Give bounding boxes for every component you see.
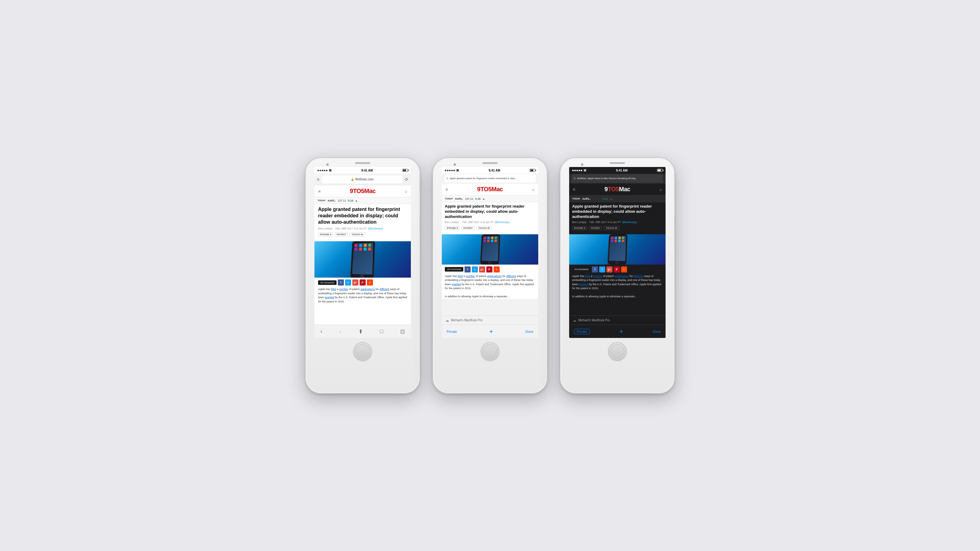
tag-patent-3[interactable]: PATENT [589, 226, 602, 230]
signal-dot [320, 170, 321, 171]
ticker-arrow-1: ▲ [355, 199, 358, 202]
applications-link-1[interactable]: applications [361, 287, 375, 291]
tab-item-2[interactable]: ✕ Apple granted patent for fingerprint r… [444, 174, 536, 183]
reddit-btn-2[interactable]: r [494, 267, 500, 273]
done-btn-2[interactable]: Done [525, 330, 533, 333]
article-tags-1: IPHONE 8 PATENT TOUCH ID [318, 232, 407, 237]
author-2: Ben Lovejoy [445, 221, 459, 224]
lock-icon-1: 🔒 [351, 178, 354, 181]
icloud-text-3: Michael's MacBook Pro [578, 319, 610, 322]
comments-btn-2[interactable]: 18 Comments [445, 267, 463, 272]
private-btn-2[interactable]: Private [447, 330, 457, 333]
twitter-btn-1[interactable]: t [345, 279, 351, 286]
add-tab-btn-2[interactable]: + [489, 328, 493, 335]
nav-search-3[interactable]: ⌕ [660, 187, 662, 192]
reddit-btn-1[interactable]: r [367, 279, 373, 286]
article-title-2: Apple granted patent for fingerprint rea… [445, 204, 535, 219]
article-title-3: Apple granted patent for fingerprint rea… [572, 204, 663, 219]
article-title-1: Apple granted patent for fingerprint rea… [318, 206, 407, 225]
url-text-1: 9to5mac.com [355, 178, 374, 181]
home-button-1[interactable] [353, 342, 372, 360]
twitter-share-btn-3[interactable]: t [599, 267, 605, 273]
tab-close-2[interactable]: ✕ [446, 177, 449, 180]
add-tab-btn-3[interactable]: + [619, 328, 624, 335]
address-field-1[interactable]: 🔒 9to5mac.com [322, 175, 402, 183]
done-btn-3[interactable]: Done [653, 330, 661, 333]
address-bar-1[interactable]: ≡ 🔒 9to5mac.com ⟳ [315, 174, 411, 185]
tag-iphone8-2[interactable]: IPHONE 8 [445, 226, 460, 230]
filed-link-1[interactable]: filed [331, 287, 336, 291]
back-btn-1[interactable]: ‹ [320, 328, 322, 335]
comments-btn-3[interactable]: 19 Comments [572, 267, 591, 272]
signal-dot [317, 170, 319, 171]
facebook-btn-1[interactable]: f [338, 279, 344, 286]
signal-dot [326, 170, 328, 171]
twitter-share-btn-2[interactable]: t [472, 267, 478, 273]
facebook-btn-3[interactable]: f [592, 267, 598, 273]
granted-link-1[interactable]: granted [325, 296, 334, 299]
comments-btn-1[interactable]: 18 Comments [318, 280, 337, 285]
signal-dot [324, 170, 325, 171]
pinterest-btn-2[interactable]: P [486, 267, 492, 273]
signal-dots-2: ⌘ [445, 169, 459, 172]
tag-touchid-2[interactable]: TOUCH ID [476, 226, 492, 230]
tabs-btn-1[interactable]: ⊡ [400, 328, 405, 335]
icloud-icon-3: ☁ [573, 318, 576, 322]
article-image-2 [442, 234, 538, 265]
gplus-btn-1[interactable]: g+ [352, 279, 358, 286]
tab-toolbar-2: Private + Done [442, 325, 538, 338]
forward-btn-1[interactable]: › [339, 328, 341, 335]
home-button-2[interactable] [481, 342, 499, 360]
bottom-bar-1: ‹ › ⬆ □ ⊡ [315, 325, 411, 338]
different-link-1[interactable]: different [380, 287, 389, 291]
tag-touchid-1[interactable]: TOUCH ID [350, 232, 365, 237]
ticker-change-3: 0.24 [603, 197, 608, 200]
private-label-3[interactable]: Private [574, 329, 590, 334]
gplus-btn-2[interactable]: g+ [479, 267, 485, 273]
pinterest-btn-1[interactable]: P [360, 279, 366, 286]
signal-dot [322, 170, 323, 171]
signal-dot [447, 170, 449, 171]
twitter-1[interactable]: @benlovejoy [368, 227, 383, 230]
article-meta-1: Ben Lovejoy · Feb. 28th 2017 4:12 am PT … [318, 227, 407, 230]
pinterest-btn-3[interactable]: P [614, 267, 620, 273]
nav-menu-2[interactable]: ≡ [445, 187, 448, 192]
iphone-2: ⌘ 9:41 AM ✕ Apple granted patent for fin… [433, 157, 547, 394]
speaker-1 [355, 162, 370, 164]
share-btn-1[interactable]: ⬆ [358, 328, 363, 335]
ticker-bar-1: TODAY AAPL: 137.11 0.18 ▲ [315, 197, 411, 204]
menu-btn-1[interactable]: ≡ [317, 177, 319, 182]
ticker-arrow-3: ▲ [610, 197, 612, 200]
nav-menu-1[interactable]: ≡ [318, 189, 320, 194]
ticker-label-3: TODAY [572, 197, 581, 200]
nav-search-2[interactable]: ⌕ [532, 187, 535, 192]
tag-iphone8-3[interactable]: IPHONE 8 [572, 226, 587, 230]
icloud-bar-3: ☁ Michael's MacBook Pro [569, 316, 665, 325]
touch-id-3 [610, 344, 624, 358]
number-link-1[interactable]: number [339, 287, 348, 291]
reddit-btn-3[interactable]: r [621, 267, 627, 273]
tag-iphone8-1[interactable]: IPHONE 8 [318, 232, 333, 237]
nav-menu-3[interactable]: ≡ [573, 187, 575, 192]
tab-close-3[interactable]: ✕ [573, 177, 576, 180]
battery-2 [530, 169, 535, 172]
ticker-price-3: 137.17 [592, 197, 601, 200]
reload-btn-1[interactable]: ⟳ [405, 177, 409, 182]
tag-touchid-3[interactable]: TOUCH ID [604, 226, 619, 230]
bookmarks-btn-1[interactable]: □ [380, 328, 383, 335]
nav-search-1[interactable]: ⌕ [405, 189, 407, 194]
tag-patent-2[interactable]: PATENT [461, 226, 474, 230]
twitter-3[interactable]: @benlovejoy [622, 221, 637, 224]
social-body-3: 19 Comments f t g+ P r Apple has filed a… [569, 267, 665, 299]
signal-dot [579, 170, 580, 171]
signal-dot [574, 170, 576, 171]
twitter-2[interactable]: @benlovejoy [495, 221, 510, 224]
tab-item-3[interactable]: ✕ 9to5Mac: Apple News & Mac Rumors Break… [571, 174, 663, 183]
facebook-btn-2[interactable]: f [465, 267, 471, 273]
date-2: Feb. 28th 2017 4:12 am PT [462, 221, 493, 224]
home-button-3[interactable] [608, 342, 627, 360]
iphone-top-3 [560, 158, 675, 164]
gplus-btn-3[interactable]: g+ [606, 267, 612, 273]
nav-bar-3: ≡ 9TO5Mac ⌕ [569, 183, 665, 195]
tag-patent-1[interactable]: PATENT [335, 232, 348, 237]
